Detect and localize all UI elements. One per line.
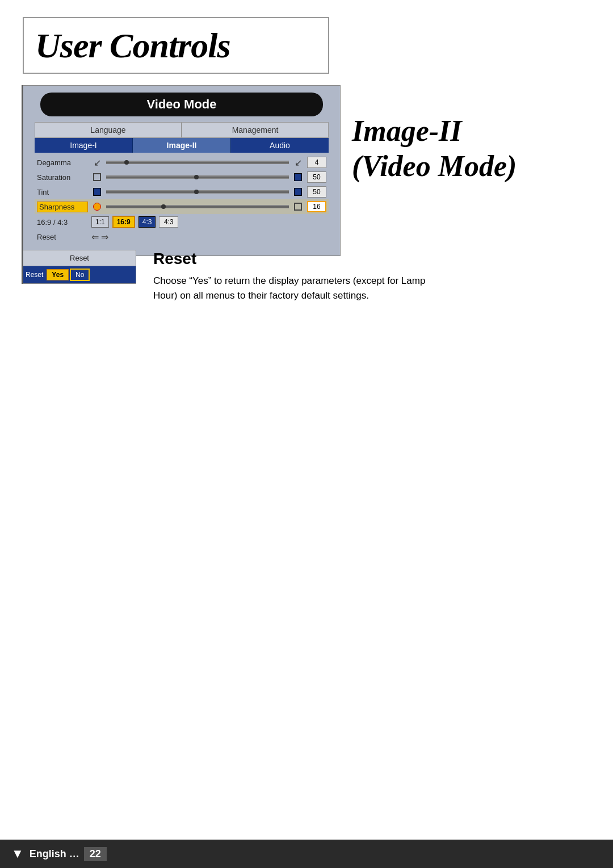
setting-row-degamma: Degamma ↙ ↙ 4 [35,155,329,170]
reset-dialog-row: Reset Yes No [23,266,136,283]
page-title-box: User Controls [23,17,329,74]
slider-saturation[interactable] [106,175,289,179]
bottom-section: Reset Reset Yes No Reset Choose “Yes” to… [23,250,437,303]
arrow-icons: ⇐ ⇒ [91,232,108,242]
reset-title: Reset [153,250,437,268]
label-degamma: Degamma [37,158,88,167]
top-nav: Language Management [35,122,329,138]
value-saturation: 50 [307,171,326,183]
arrow-right-icon: ⇒ [101,232,108,242]
reset-panel: Reset Reset Yes No [23,250,136,284]
reset-description: Reset Choose “Yes” to return the display… [153,250,437,303]
value-sharpness: 16 [307,201,326,212]
page-title: User Controls [35,26,230,66]
label-tint: Tint [37,188,88,196]
slider-degamma[interactable] [106,161,289,164]
setting-row-reset: Reset ⇐ ⇒ [35,230,329,244]
aspect-btn-43[interactable]: 4:3 [138,216,156,228]
label-reset: Reset [37,233,88,241]
icon-saturation-right [292,172,304,182]
reset-panel-header: Reset [23,250,136,266]
tab-image1[interactable]: Image-I [35,138,133,153]
settings-table: Degamma ↙ ↙ 4 Saturation 50 [35,155,329,244]
icon-degamma-left: ↙ [91,157,103,167]
reset-text: Choose “Yes” to return the display param… [153,274,437,303]
icon-tint-right [292,187,304,197]
page-footer: ▼ English … 22 [0,840,613,868]
setting-row-sharpness: Sharpness 16 [35,199,329,214]
aspect-btn-11[interactable]: 1:1 [91,216,109,228]
icon-sharpness-left [91,202,103,212]
side-title-line2: (Video Mode) [352,149,517,184]
arrow-left-icon: ⇐ [91,232,99,242]
nav-management[interactable]: Management [182,122,329,138]
setting-row-aspect: 16:9 / 4:3 1:1 16:9 4:3 4:3 [35,214,329,230]
icon-saturation-left [91,172,103,182]
tab-audio[interactable]: Audio [231,138,329,153]
label-saturation: Saturation [37,173,88,182]
footer-page: 22 [84,847,107,861]
icon-tint-left [91,187,103,197]
no-button[interactable]: No [70,269,90,281]
sub-nav: Image-I Image-II Audio [35,138,329,153]
icon-degamma-right: ↙ [292,157,304,167]
value-tint: 50 [307,186,326,198]
setting-row-saturation: Saturation 50 [35,170,329,184]
aspect-value: 4:3 [159,216,178,228]
footer-language: English … [30,848,79,860]
icon-sharpness-right [292,202,304,212]
ui-panel: Video Mode Language Management Image-I I… [23,85,341,256]
label-aspect: 16:9 / 4:3 [37,218,88,227]
tab-image2[interactable]: Image-II [133,138,231,153]
setting-row-tint: Tint 50 [35,184,329,199]
reset-dialog-label: Reset [26,271,43,279]
footer-arrow-icon: ▼ [11,846,24,861]
label-sharpness: Sharpness [37,202,88,212]
video-mode-header: Video Mode [40,93,323,116]
aspect-btn-169[interactable]: 16:9 [112,216,135,228]
slider-tint[interactable] [106,190,289,194]
side-title: Image-II (Video Mode) [352,114,517,184]
nav-language[interactable]: Language [35,122,182,138]
reset-panel-label: Reset [70,254,89,262]
value-degamma: 4 [307,157,326,168]
yes-button[interactable]: Yes [47,269,69,280]
slider-sharpness[interactable] [106,205,289,208]
side-title-line1: Image-II [352,114,517,149]
